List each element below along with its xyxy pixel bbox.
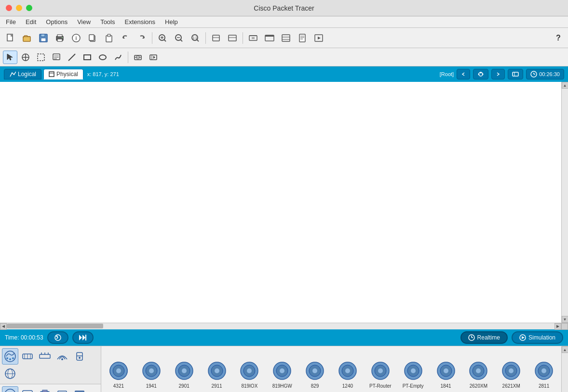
device-panel-scroll-up[interactable]: ▲ xyxy=(562,346,568,353)
device-item-1841[interactable]: 1841 xyxy=(431,357,461,391)
scroll-right-arrow[interactable]: ▶ xyxy=(554,323,561,330)
print-button[interactable] xyxy=(52,30,68,46)
activity-wizard-button[interactable]: i xyxy=(68,30,84,46)
scrollbar-thumb[interactable] xyxy=(7,324,103,328)
device-item-2621XM[interactable]: 2621XM xyxy=(496,357,527,391)
sub-category-5[interactable] xyxy=(71,386,88,392)
open-button[interactable] xyxy=(19,30,35,46)
redo-button[interactable] xyxy=(134,30,149,46)
menu-view[interactable]: View xyxy=(73,17,95,26)
viewport-button[interactable] xyxy=(311,30,326,46)
device-categories-panel xyxy=(0,346,101,392)
device-item-1240[interactable]: 1240 xyxy=(332,357,363,391)
zoom-in-button[interactable] xyxy=(155,30,170,46)
tab-logical[interactable]: Logical xyxy=(4,69,41,79)
scroll-down-arrow[interactable]: ▼ xyxy=(562,316,568,323)
titlebar: Cisco Packet Tracer xyxy=(0,0,568,16)
menu-help[interactable]: Help xyxy=(161,17,182,26)
line-tool[interactable] xyxy=(65,51,79,64)
sub-category-all-routers[interactable] xyxy=(2,386,18,392)
device-panel-scroll-track[interactable] xyxy=(562,353,568,392)
ellipse-tool[interactable] xyxy=(95,51,110,64)
pdu-complex-tool[interactable] xyxy=(146,51,161,64)
save-button[interactable] xyxy=(36,30,51,46)
pdu-simple-tool[interactable] xyxy=(131,51,145,64)
freeform-tool[interactable] xyxy=(111,51,125,64)
category-switches[interactable] xyxy=(19,348,36,365)
category-wan[interactable] xyxy=(2,366,18,382)
cluster-button[interactable] xyxy=(278,30,294,46)
zoom-out-button[interactable] xyxy=(171,30,187,46)
maximize-button[interactable] xyxy=(26,5,32,11)
new-button[interactable] xyxy=(3,30,18,46)
device-label-2620XM: 2620XM xyxy=(470,383,487,389)
sim-time-label: Time: 00:00:53 xyxy=(5,334,43,341)
paste-button[interactable] xyxy=(101,30,117,46)
category-hubs[interactable] xyxy=(37,348,53,365)
scroll-up-arrow[interactable]: ▲ xyxy=(562,82,568,89)
forward-button[interactable] xyxy=(491,69,505,79)
router-PT-Router-icon xyxy=(370,360,391,381)
device-item-819HGW[interactable]: 819HGW xyxy=(267,357,298,391)
viewport-toggle-button[interactable] xyxy=(508,69,523,79)
scroll-left-arrow[interactable]: ◀ xyxy=(0,323,7,330)
sim-reset-button[interactable] xyxy=(47,331,68,344)
sub-category-2[interactable] xyxy=(19,386,36,392)
minimize-button[interactable] xyxy=(16,5,22,11)
device-item-PT-Router[interactable]: PT-Router xyxy=(365,357,396,391)
svg-point-85 xyxy=(6,357,8,359)
template-button[interactable] xyxy=(295,30,310,46)
scroll-track-horizontal-left[interactable] xyxy=(7,323,554,329)
realtime-mode-button[interactable]: Realtime xyxy=(460,331,508,344)
wide-display-button[interactable] xyxy=(262,30,277,46)
fast-forward-icon xyxy=(79,335,87,340)
device-item-2811[interactable]: 2811 xyxy=(528,357,559,391)
app-title: Cisco Packet Tracer xyxy=(254,4,314,12)
vertical-scrollbar[interactable]: ▲ ▼ xyxy=(561,82,568,323)
sub-category-3[interactable] xyxy=(37,386,53,392)
horizontal-scrollbar[interactable]: ◀ ▶ xyxy=(0,323,568,329)
device-item-2901[interactable]: 2901 xyxy=(169,357,200,391)
menu-file[interactable]: File xyxy=(2,17,20,26)
help-button[interactable]: ? xyxy=(552,31,565,45)
copy-button[interactable] xyxy=(85,30,100,46)
category-wireless[interactable] xyxy=(54,348,70,365)
device-item-2911[interactable]: 2911 xyxy=(202,357,232,391)
device-item-PT-Empty[interactable]: PT-Empty xyxy=(398,357,429,391)
category-security[interactable] xyxy=(71,348,88,365)
zoom-reset-button[interactable]: 1:1 xyxy=(188,30,203,46)
select-tool[interactable] xyxy=(3,51,17,64)
simulation-mode-button[interactable]: Simulation xyxy=(512,331,563,344)
svg-rect-49 xyxy=(38,54,44,61)
svg-marker-62 xyxy=(153,56,155,59)
device-item-4321[interactable]: 4321 xyxy=(103,357,134,391)
resize-wide-button[interactable] xyxy=(225,30,240,46)
device-item-1941[interactable]: 1941 xyxy=(136,357,167,391)
cluster-view-button[interactable] xyxy=(473,69,488,79)
svg-rect-14 xyxy=(108,34,110,37)
sub-category-4[interactable] xyxy=(54,386,70,392)
area-select-tool[interactable] xyxy=(34,51,48,64)
menu-tools[interactable]: Tools xyxy=(96,17,119,26)
back-button[interactable] xyxy=(457,69,470,79)
device-panel-scrollbar[interactable]: ▲ ▼ xyxy=(561,346,568,392)
custom-device-button[interactable] xyxy=(245,30,261,46)
sim-fast-forward-button[interactable] xyxy=(72,331,94,344)
menu-options[interactable]: Options xyxy=(42,17,71,26)
resize-square-button[interactable] xyxy=(208,30,224,46)
tab-physical[interactable]: Physical xyxy=(43,69,83,79)
device-item-819IOX[interactable]: 819IOX xyxy=(234,357,265,391)
undo-button[interactable] xyxy=(118,30,133,46)
router-2901-icon xyxy=(174,360,195,381)
annotation-tool[interactable] xyxy=(49,51,64,64)
category-routers[interactable] xyxy=(2,348,18,365)
rect-tool[interactable] xyxy=(80,51,95,64)
move-tool[interactable] xyxy=(18,51,33,64)
device-item-2620XM[interactable]: 2620XM xyxy=(463,357,494,391)
scroll-track-vertical[interactable] xyxy=(562,89,568,316)
canvas-workspace[interactable] xyxy=(0,82,561,323)
menu-edit[interactable]: Edit xyxy=(22,17,40,26)
device-item-829[interactable]: 829 xyxy=(299,357,330,391)
menu-extensions[interactable]: Extensions xyxy=(121,17,159,26)
close-button[interactable] xyxy=(6,5,12,11)
